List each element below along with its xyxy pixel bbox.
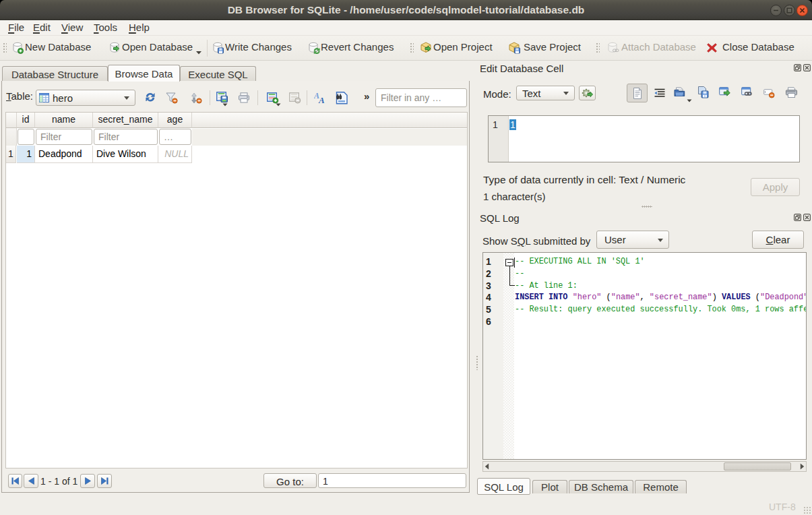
svg-text:A: A [318,95,325,104]
